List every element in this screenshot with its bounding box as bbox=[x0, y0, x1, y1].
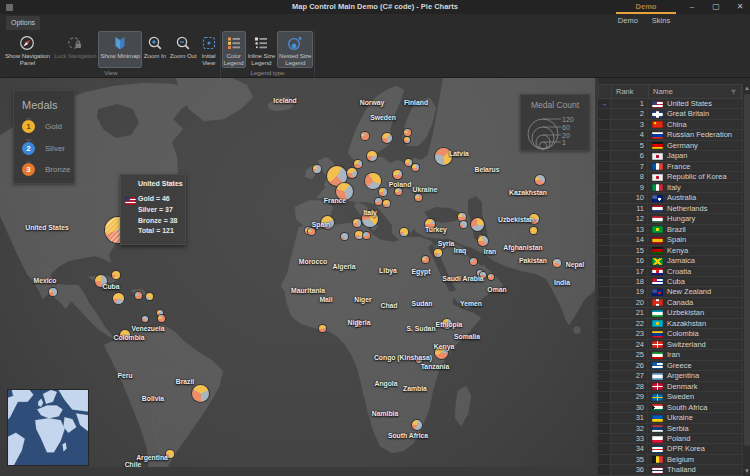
nested-size-legend-button[interactable]: Nested Size Legend bbox=[277, 31, 313, 68]
table-row-iran[interactable]: 25Iran bbox=[598, 350, 742, 360]
pie-marker[interactable] bbox=[471, 218, 484, 231]
table-row-denmark[interactable]: 28Denmark bbox=[598, 382, 742, 392]
table-scrollbar[interactable]: ▲ ▼ bbox=[742, 84, 750, 476]
table-row-thailand[interactable]: 36Thailand bbox=[598, 465, 742, 475]
pie-marker[interactable] bbox=[434, 249, 442, 257]
tab-options[interactable]: Options bbox=[6, 16, 40, 30]
table-row-new-zealand[interactable]: 19New Zealand bbox=[598, 287, 742, 297]
inline-size-legend-button[interactable]: Inline Size Legend bbox=[246, 31, 277, 68]
pie-marker[interactable] bbox=[470, 258, 477, 265]
minimap[interactable] bbox=[7, 389, 89, 466]
table-row-cuba[interactable]: 18Cuba bbox=[598, 277, 742, 287]
table-row-croatia[interactable]: 17Croatia bbox=[598, 267, 742, 277]
show-navigation-panel-button[interactable]: Show Navigation Panel bbox=[3, 31, 52, 68]
pie-marker[interactable] bbox=[400, 228, 408, 236]
pie-marker[interactable] bbox=[404, 137, 410, 143]
color-legend-button[interactable]: Color Legend bbox=[222, 31, 246, 68]
close-button[interactable]: ✕ bbox=[734, 0, 746, 14]
pie-marker[interactable] bbox=[308, 228, 315, 235]
table-row-netherlands[interactable]: 11Netherlands bbox=[598, 204, 742, 214]
table-row-greece[interactable]: 26Greece bbox=[598, 361, 742, 371]
table-row-spain[interactable]: 14Spain bbox=[598, 235, 742, 245]
table-row-germany[interactable]: 5Germany bbox=[598, 141, 742, 151]
table-row-argentina[interactable]: 27Argentina bbox=[598, 371, 742, 381]
demo-indicator[interactable]: Demo bbox=[616, 0, 676, 14]
pie-marker[interactable] bbox=[415, 194, 422, 201]
pie-marker[interactable] bbox=[158, 315, 165, 322]
pie-marker[interactable] bbox=[488, 274, 494, 280]
table-row-belgium[interactable]: 35Belgium bbox=[598, 455, 742, 465]
column-header-rank[interactable]: Rank bbox=[612, 85, 649, 98]
table-row-uzbekistan[interactable]: 21Uzbekistan bbox=[598, 308, 742, 318]
maximize-button[interactable]: ▢ bbox=[710, 0, 722, 14]
table-row-great-britain[interactable]: 2Great Britain bbox=[598, 109, 742, 119]
pie-marker[interactable] bbox=[382, 133, 392, 143]
pie-marker[interactable] bbox=[341, 233, 348, 240]
pie-marker[interactable] bbox=[347, 168, 357, 178]
table-row-china[interactable]: 3China bbox=[598, 120, 742, 130]
pie-marker[interactable] bbox=[379, 188, 387, 196]
table-row-switzerland[interactable]: 24Switzerland bbox=[598, 340, 742, 350]
pie-marker[interactable] bbox=[365, 173, 381, 189]
zoom-out-button[interactable]: Zoom Out bbox=[168, 31, 199, 68]
pie-marker[interactable] bbox=[313, 165, 321, 173]
table-row-poland[interactable]: 33Poland bbox=[598, 434, 742, 444]
pie-marker[interactable] bbox=[422, 256, 429, 263]
table-row-hungary[interactable]: 12Hungary bbox=[598, 214, 742, 224]
pie-marker[interactable] bbox=[192, 385, 209, 402]
pie-marker[interactable] bbox=[319, 325, 326, 332]
column-header-name[interactable]: Name bbox=[649, 85, 741, 98]
zoom-in-button[interactable]: Zoom In bbox=[142, 31, 168, 68]
table-row-serbia[interactable]: 32Serbia bbox=[598, 424, 742, 434]
pie-marker[interactable] bbox=[478, 236, 488, 246]
doc-tab-demo[interactable]: Demo bbox=[618, 14, 638, 28]
pie-marker[interactable] bbox=[354, 160, 362, 168]
lock-navigation-button[interactable]: Lock Navigation bbox=[52, 31, 99, 68]
table-row-sweden[interactable]: 29Sweden bbox=[598, 392, 742, 402]
table-row-australia[interactable]: 10Australia bbox=[598, 193, 742, 203]
pie-marker[interactable] bbox=[363, 232, 370, 239]
scroll-down-icon[interactable]: ▼ bbox=[743, 467, 750, 476]
map-area[interactable]: IcelandNorwayFinlandSwedenLatviaBelarusP… bbox=[0, 78, 595, 467]
pie-marker[interactable] bbox=[412, 420, 422, 430]
initial-view-button[interactable]: Initial View bbox=[199, 31, 219, 68]
pie-marker[interactable] bbox=[353, 219, 361, 227]
pie-marker[interactable] bbox=[367, 151, 377, 161]
table-row-canada[interactable]: 20Canada bbox=[598, 298, 742, 308]
doc-tab-skins[interactable]: Skins bbox=[652, 14, 670, 28]
pie-marker[interactable] bbox=[355, 231, 363, 239]
table-row-kazakhstan[interactable]: 22Kazakhstan bbox=[598, 319, 742, 329]
scroll-up-icon[interactable]: ▲ bbox=[743, 84, 750, 93]
table-row-russian-federation[interactable]: 4Russian Federation bbox=[598, 130, 742, 140]
minimize-button[interactable]: – bbox=[686, 0, 698, 14]
table-row-ukraine[interactable]: 31Ukraine bbox=[598, 413, 742, 423]
pie-marker[interactable] bbox=[142, 316, 148, 322]
table-row-dpr-korea[interactable]: 34DPR Korea bbox=[598, 444, 742, 454]
pie-marker[interactable] bbox=[405, 159, 412, 166]
table-row-colombia[interactable]: 23Colombia bbox=[598, 329, 742, 339]
table-row-kenya[interactable]: 15Kenya bbox=[598, 246, 742, 256]
pie-marker[interactable] bbox=[404, 129, 411, 136]
pie-marker[interactable] bbox=[458, 213, 466, 221]
pie-marker[interactable] bbox=[375, 198, 382, 205]
table-row-united-states[interactable]: →1United States bbox=[598, 99, 742, 109]
pie-marker[interactable] bbox=[460, 221, 467, 228]
pie-marker[interactable] bbox=[135, 292, 142, 299]
show-minimap-button[interactable]: Show Minimap bbox=[98, 31, 141, 68]
table-row-jamaica[interactable]: 16Jamaica bbox=[598, 256, 742, 266]
pie-marker[interactable] bbox=[412, 164, 419, 171]
pie-marker[interactable] bbox=[49, 288, 57, 296]
pie-marker[interactable] bbox=[146, 293, 153, 300]
pie-marker[interactable] bbox=[361, 132, 369, 140]
table-row-brazil[interactable]: 13Brazil bbox=[598, 225, 742, 235]
pie-marker[interactable] bbox=[393, 170, 402, 179]
scroll-thumb[interactable] bbox=[744, 94, 750, 446]
pie-marker[interactable] bbox=[395, 188, 402, 195]
pie-marker[interactable] bbox=[553, 259, 561, 267]
table-row-south-africa[interactable]: 30South Africa bbox=[598, 403, 742, 413]
table-row-japan[interactable]: 6Japan bbox=[598, 151, 742, 161]
pie-marker[interactable] bbox=[113, 293, 124, 304]
table-row-italy[interactable]: 9Italy bbox=[598, 183, 742, 193]
table-row-republic-of-korea[interactable]: 8Republic of Korea bbox=[598, 172, 742, 182]
table-row-france[interactable]: 7France bbox=[598, 162, 742, 172]
